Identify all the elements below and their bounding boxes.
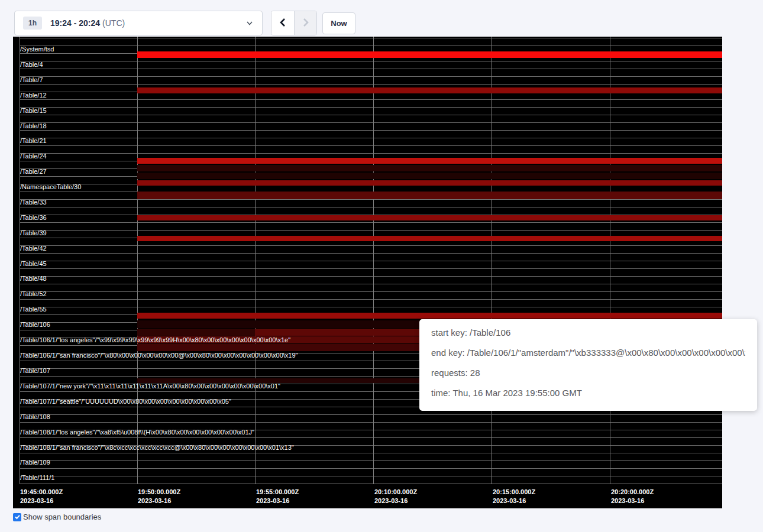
x-axis-tick: 20:20:00.000Z2023-03-16: [611, 488, 654, 505]
grid-hline: [20, 138, 722, 138]
grid-hline: [20, 230, 722, 231]
grid-hline: [20, 414, 722, 415]
key-visualizer-canvas[interactable]: /System/tsd/Table/4/Table/7/Table/12/Tab…: [13, 37, 722, 508]
row-label: /Table/7: [20, 76, 43, 83]
grid-hline: [20, 145, 722, 146]
heat-band: [137, 215, 722, 220]
grid-hline: [20, 299, 722, 300]
heat-band: [137, 51, 722, 58]
grid-hline: [20, 76, 722, 77]
timezone-label: (UTC): [102, 18, 125, 28]
heat-band: [137, 180, 722, 186]
heat-band: [137, 173, 722, 179]
x-axis-tick: 20:10:00.000Z2023-03-16: [374, 488, 417, 505]
grid-hline: [20, 291, 722, 292]
grid-hline: [20, 115, 722, 115]
time-window-badge: 1h: [23, 17, 42, 30]
heat-band: [137, 165, 722, 171]
grid-hline: [20, 268, 722, 269]
row-label: /System/tsd: [20, 46, 54, 53]
grid-hline: [20, 207, 722, 207]
grid-hline: [20, 222, 722, 223]
row-label: /Table/18: [20, 122, 47, 129]
grid-hline: [20, 130, 722, 131]
time-range-text: 19:24 - 20:24: [50, 18, 100, 28]
grid-hline: [20, 69, 722, 69]
heat-band: [137, 158, 722, 164]
row-label: /Table/109: [20, 459, 50, 466]
grid-hline: [20, 107, 722, 108]
grid-hline: [20, 468, 722, 469]
heat-band: [137, 236, 722, 241]
chevron-left-icon: [279, 18, 287, 29]
span-boundary-vline: [20, 37, 20, 484]
chevron-right-icon: [302, 18, 310, 29]
grid-hline: [20, 61, 722, 61]
grid-hline: [20, 38, 722, 38]
sample-tooltip: start key: /Table/106 end key: /Table/10…: [419, 319, 757, 411]
chevron-down-icon: [245, 19, 254, 27]
next-interval-button[interactable]: [294, 11, 316, 35]
row-label: /Table/111/1: [20, 474, 54, 481]
heat-band: [137, 192, 722, 199]
row-label: /Table/4: [20, 61, 43, 68]
grid-hline: [20, 422, 722, 423]
span-boundary-vline: [255, 37, 256, 484]
grid-hline: [20, 199, 722, 200]
tooltip-end-key: end key: /Table/106/1/"amsterdam"/"\xb33…: [431, 347, 745, 359]
grid-hline: [20, 84, 722, 85]
span-boundary-vline: [373, 37, 374, 484]
checkmark-icon: [14, 514, 21, 520]
grid-hline: [20, 99, 722, 100]
span-boundary-vline: [492, 37, 492, 484]
x-axis-tick: 19:50:00.000Z2023-03-16: [138, 488, 180, 505]
x-axis-tick: 20:15:00.000Z2023-03-16: [493, 488, 535, 505]
grid-hline: [20, 445, 722, 446]
previous-interval-button[interactable]: [271, 11, 294, 35]
tooltip-requests: requests: 28: [431, 367, 745, 379]
grid-hline: [20, 476, 722, 476]
x-axis-tick: 19:45:00.000Z2023-03-16: [20, 488, 63, 505]
span-boundary-vline: [610, 37, 610, 484]
grid-hline: [20, 460, 722, 461]
grid-hline: [20, 430, 722, 430]
heat-band: [137, 329, 255, 336]
row-label: /Table/12: [20, 92, 47, 99]
grid-hline: [20, 307, 722, 307]
heat-band: [137, 87, 722, 93]
time-nav-group: [271, 11, 317, 35]
grid-hline: [20, 284, 722, 284]
time-range-selector[interactable]: 1h 19:24 - 20:24 (UTC): [14, 11, 263, 35]
grid-hline: [20, 484, 722, 484]
grid-hline: [20, 276, 722, 277]
tooltip-start-key: start key: /Table/106: [431, 327, 745, 339]
show-span-boundaries-label: Show span boundaries: [23, 512, 101, 521]
grid-hline: [20, 245, 722, 246]
x-axis-tick: 19:55:00.000Z2023-03-16: [256, 488, 299, 505]
grid-hline: [20, 261, 722, 261]
tooltip-time: time: Thu, 16 Mar 2023 19:55:00 GMT: [431, 387, 745, 399]
grid-hline: [20, 253, 722, 254]
row-label: /Table/15: [20, 107, 47, 114]
grid-hline: [20, 122, 722, 123]
grid-hline: [20, 437, 722, 438]
span-boundary-vline: [137, 37, 138, 484]
grid-hline: [20, 453, 722, 453]
heat-band: [137, 313, 722, 319]
footer-controls: Show span boundaries: [13, 512, 101, 521]
show-span-boundaries-checkbox[interactable]: [13, 513, 21, 521]
grid-hline: [20, 46, 722, 46]
grid-hline: [20, 153, 722, 154]
now-button[interactable]: Now: [322, 12, 355, 34]
